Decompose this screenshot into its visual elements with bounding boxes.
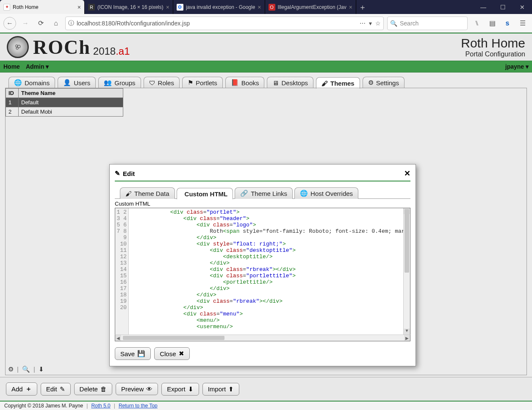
table-row[interactable]: 2Default Mobi: [6, 107, 123, 117]
search-placeholder: Search: [400, 20, 418, 27]
gear-icon[interactable]: ⚙: [8, 365, 14, 373]
modal-tab-host-overrides[interactable]: 🌐Host Overrides: [294, 187, 358, 199]
footer-link-top[interactable]: Return to the Top: [119, 403, 158, 409]
tab-close-icon[interactable]: ×: [349, 4, 352, 11]
sidebar-icon[interactable]: ▤: [486, 17, 498, 29]
info-icon[interactable]: ⓘ: [68, 20, 74, 27]
browser-tab-3[interactable]: O IllegalArgumentException (Jav ×: [265, 0, 356, 14]
nav-forward-button: →: [19, 17, 31, 29]
modal-tab-custom-html[interactable]: Custom HTML: [177, 188, 233, 199]
browser-tabstrip: ✦ Roth Home × R (ICON Image, 16 × 16 pix…: [0, 0, 369, 14]
shield-icon: 🛡: [149, 79, 155, 86]
add-button[interactable]: Add ＋: [6, 382, 37, 396]
search-icon[interactable]: 🔍: [22, 365, 30, 373]
nav-home-button[interactable]: ⌂: [50, 17, 62, 29]
scroll-left-icon[interactable]: ◀: [115, 335, 121, 341]
tab-desktops[interactable]: 🖥Desktops: [267, 77, 313, 88]
menu-user[interactable]: jpayne ▾: [505, 63, 529, 70]
tab-close-icon[interactable]: ×: [166, 4, 169, 11]
window-maximize-button[interactable]: ☐: [493, 0, 513, 14]
tab-close-icon[interactable]: ×: [78, 4, 81, 11]
table-row[interactable]: 1Default: [6, 98, 123, 107]
url-bar[interactable]: ⓘ localhost:8180/Roth/configuration/inde…: [65, 17, 384, 30]
tab-themes[interactable]: 🖌Themes: [316, 77, 360, 89]
browser-tab-0[interactable]: ✦ Roth Home ×: [0, 0, 85, 14]
page-header: ROCh 2018.a1 Roth Home Portal Configurat…: [0, 33, 532, 61]
th-id[interactable]: ID: [6, 89, 19, 98]
tab-label: Custom HTML: [185, 190, 228, 198]
code-content[interactable]: <div class="portlet"> <div class="header…: [129, 208, 403, 335]
import-button[interactable]: Import ⬆: [202, 383, 240, 396]
tab-users[interactable]: 👤Users: [58, 77, 96, 88]
save-icon: 💾: [137, 350, 145, 357]
export-button[interactable]: Export ⬇: [161, 383, 199, 396]
favicon-icon: R: [88, 4, 95, 11]
upload-icon: ⬆: [228, 385, 234, 393]
search-box[interactable]: 🔍 Search: [387, 17, 468, 30]
tab-roles[interactable]: 🛡Roles: [144, 77, 180, 88]
themes-table: ID Theme Name 1Default2Default Mobi: [6, 88, 123, 117]
footer-link-roth[interactable]: Roth 5.0: [91, 403, 110, 409]
page-title: Roth Home: [461, 36, 525, 50]
nav-reload-button[interactable]: ⟳: [35, 17, 47, 29]
window-minimize-button[interactable]: ―: [474, 0, 493, 14]
edit-icon: ✎: [60, 385, 65, 393]
tab-settings[interactable]: ⚙Settings: [363, 77, 405, 88]
window-close-button[interactable]: ✕: [513, 0, 532, 14]
brush-icon: 🖌: [125, 190, 132, 197]
code-editor[interactable]: 1 2 3 4 5 6 7 8 9 10 11 12 13 14 15 16 1…: [115, 208, 410, 335]
browser-tab-2[interactable]: java invalid exception - Google ×: [173, 0, 265, 14]
preview-button[interactable]: Preview 👁: [116, 383, 158, 395]
globe-icon: 🌐: [14, 79, 22, 86]
tab-label: Roles: [158, 79, 174, 86]
edit-button[interactable]: Edit ✎: [41, 383, 71, 396]
modal-close-button[interactable]: ✕: [404, 169, 410, 178]
scroll-thumb[interactable]: [123, 336, 224, 340]
library-icon[interactable]: ⑊: [471, 17, 483, 29]
cell-name: Default Mobi: [19, 107, 123, 117]
user-icon: 👤: [63, 79, 71, 86]
svg-point-4: [16, 47, 18, 49]
modal-title-text: Edit: [123, 170, 135, 177]
tab-domains[interactable]: 🌐Domains: [8, 77, 55, 88]
menu-home[interactable]: Home: [3, 63, 20, 70]
scroll-right-icon[interactable]: ▶: [404, 335, 410, 341]
tab-label: java invalid exception - Google: [186, 4, 255, 10]
menu-admin[interactable]: Admin ▾: [26, 63, 49, 70]
reader-icon[interactable]: ▾: [369, 20, 372, 27]
svg-point-1: [179, 6, 181, 8]
desktop-icon: 🖥: [272, 79, 279, 86]
cell-name: Default: [19, 98, 123, 107]
scroll-down-icon[interactable]: ▼: [404, 329, 410, 335]
vertical-scrollbar[interactable]: ▲ ▼: [403, 208, 410, 335]
tab-close-icon[interactable]: ×: [258, 4, 261, 11]
new-tab-button[interactable]: ＋: [356, 0, 369, 14]
modal-tab-theme-data[interactable]: 🖌Theme Data: [120, 187, 175, 199]
th-name[interactable]: Theme Name: [19, 89, 123, 98]
horizontal-scrollbar[interactable]: ◀ ▶: [115, 335, 410, 341]
window-titlebar: ✦ Roth Home × R (ICON Image, 16 × 16 pix…: [0, 0, 532, 14]
scroll-thumb[interactable]: [405, 209, 409, 273]
tab-books[interactable]: 📕Books: [225, 77, 265, 88]
cell-id: 1: [6, 98, 19, 107]
delete-button[interactable]: Delete 🗑: [74, 383, 112, 395]
browser-tab-1[interactable]: R (ICON Image, 16 × 16 pixels) ×: [85, 0, 173, 14]
gear-icon: ⚙: [368, 79, 374, 86]
tab-groups[interactable]: 👥Groups: [98, 77, 141, 88]
app-menu-button[interactable]: ☰: [517, 17, 529, 29]
bookmark-star-icon[interactable]: ☆: [375, 20, 381, 27]
close-icon: ✖: [179, 350, 184, 357]
modal-tab-theme-links[interactable]: 🔗Theme Links: [235, 187, 293, 199]
tab-label: Settings: [376, 79, 399, 86]
link-icon: 🔗: [240, 190, 248, 197]
close-button[interactable]: Close ✖: [154, 347, 189, 360]
save-button[interactable]: Save 💾: [115, 347, 151, 360]
nav-back-button[interactable]: ←: [3, 17, 16, 30]
tab-portlets[interactable]: ⚑Portlets: [182, 77, 223, 88]
download-icon[interactable]: ⬇: [39, 365, 44, 373]
section-tabs: 🌐Domains👤Users👥Groups🛡Roles⚑Portlets📕Boo…: [8, 77, 527, 88]
tab-label: (ICON Image, 16 × 16 pixels): [97, 4, 163, 10]
more-icon[interactable]: ⋯: [360, 20, 366, 27]
panel-tool-icons: ⚙| 🔍| ⬇: [8, 365, 44, 373]
sync-account-icon[interactable]: s: [502, 17, 513, 29]
